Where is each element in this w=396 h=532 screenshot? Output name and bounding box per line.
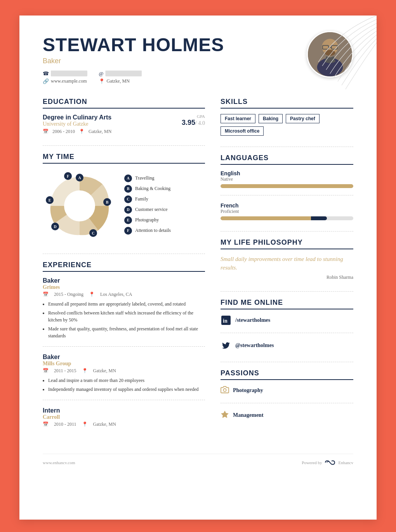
phone-icon: ☎ <box>43 71 49 77</box>
legend-item-d: D Customer service <box>124 206 171 214</box>
svg-rect-3 <box>332 45 337 49</box>
skills-section: SKILLS Fast learner Baking Pastry chef M… <box>221 98 353 136</box>
email-icon: @ <box>99 71 104 77</box>
passion-management-label: Management <box>233 412 264 418</box>
lang-bar-english <box>221 184 353 188</box>
job-years-mills: 2011 - 2015 <box>54 368 76 374</box>
location-icon-g: 📍 <box>89 292 95 297</box>
lang-level-french: Proficient <box>221 209 353 214</box>
location-icon-m: 📍 <box>82 368 88 374</box>
bullet-m1: Lead and inspire a team of more than 20 … <box>48 377 205 384</box>
contact-row-1: ☎ ███████████ @ ███████████ <box>43 71 307 77</box>
location-contact: 📍 Gatzke, MN <box>99 78 130 85</box>
bullet-g1: Ensured all prepared items are appropria… <box>48 301 205 307</box>
legend-badge-c: C <box>124 195 132 203</box>
language-french: French Proficient <box>221 202 353 220</box>
divider-3 <box>43 346 205 347</box>
divider-2 <box>43 254 205 254</box>
twitter-icon <box>221 340 231 351</box>
lang-bar-fill-french <box>221 216 327 220</box>
star-icon <box>221 410 229 421</box>
company-grimes: Grimes <box>43 284 205 290</box>
skill-microsoft-office: Microsoft office <box>221 126 264 136</box>
my-time-title: MY TIME <box>43 153 205 164</box>
svg-marker-23 <box>221 411 228 418</box>
legend-item-a: A Travelling <box>124 174 171 182</box>
legend-item-c: C Family <box>124 195 171 203</box>
philosophy-title: MY LIFE PHILOSOPHY <box>221 238 353 249</box>
education-block: Degree in Culinary Arts University of Ga… <box>43 114 205 135</box>
language-english: English Native <box>221 170 353 188</box>
left-column: EDUCATION Degree in Culinary Arts Univer… <box>43 98 205 438</box>
donut-chart: A B C D E F <box>43 169 116 243</box>
email-contact: @ ███████████ <box>99 71 142 77</box>
legend-badge-b: B <box>124 185 132 193</box>
skills-list: Fast learner Baking Pastry chef Microsof… <box>221 114 353 136</box>
legend-label-f: Attention to details <box>135 228 171 233</box>
philosophy-section: MY LIFE PHILOSOPHY Small daily improveme… <box>221 238 353 280</box>
my-time-section: MY TIME <box>43 153 205 243</box>
avatar <box>307 31 353 78</box>
divider-4 <box>43 400 205 400</box>
education-main: Degree in Culinary Arts University of Ga… <box>43 114 111 135</box>
job-years-grimes: 2015 - Ongoing <box>54 292 83 297</box>
bullet-g2: Resolved conflicts between kitchen staff… <box>48 309 205 323</box>
education-title: EDUCATION <box>43 98 205 109</box>
job-title-mills: Baker <box>43 354 205 361</box>
svg-text:A: A <box>78 176 81 180</box>
legend-item-f: F Attention to details <box>124 227 171 235</box>
phone-value: ███████████ <box>51 71 87 76</box>
lang-bar-french <box>221 216 353 220</box>
location-icon: 📍 <box>99 78 105 85</box>
svg-text:in: in <box>223 318 228 324</box>
skill-baking: Baking <box>259 114 283 123</box>
passion-photography-label: Photography <box>233 387 263 394</box>
svg-point-7 <box>64 190 95 221</box>
header-left: STEWART HOLMES Baker ☎ ███████████ @ ███… <box>43 35 307 86</box>
job-meta-grimes: 📅 2015 - Ongoing 📍 Los Angeles, CA <box>43 292 205 297</box>
online-twitter: @stewartholmes <box>221 340 353 351</box>
svg-text:B: B <box>106 200 109 204</box>
right-column: SKILLS Fast learner Baking Pastry chef M… <box>221 98 353 438</box>
svg-point-0 <box>308 32 352 76</box>
legend-item-e: E Photography <box>124 216 171 224</box>
job-meta-mills: 📅 2011 - 2015 📍 Gatzke, MN <box>43 368 205 374</box>
location-icon-c: 📍 <box>82 421 88 427</box>
footer-website: www.enhancv.com <box>43 460 75 465</box>
calendar-icon-c: 📅 <box>43 421 49 427</box>
calendar-icon-g: 📅 <box>43 292 49 297</box>
degree-name: Degree in Culinary Arts <box>43 114 111 121</box>
camera-icon <box>221 385 229 396</box>
corner-decoration <box>260 16 377 93</box>
svg-point-5 <box>325 50 335 56</box>
online-linkedin: in /stewartholmes <box>221 315 353 326</box>
website-value: www.example.com <box>51 78 87 84</box>
lang-name-english: English <box>221 170 353 176</box>
company-mills: Mills Group <box>43 361 205 367</box>
gpa-max: / 4.0 <box>195 120 205 126</box>
passion-management: Management <box>221 410 353 421</box>
skills-title: SKILLS <box>221 98 353 109</box>
svg-point-1 <box>322 39 338 55</box>
calendar-icon-m: 📅 <box>43 368 49 374</box>
school-name: University of Gatzke <box>43 121 111 127</box>
company-carroll: Carroll <box>43 414 205 420</box>
passion-photography: Photography <box>221 385 353 396</box>
svg-text:C: C <box>92 231 94 235</box>
linkedin-icon: in <box>221 315 231 326</box>
legend-label-d: Customer service <box>135 207 168 212</box>
languages-section: LANGUAGES English Native French Proficie… <box>221 154 353 220</box>
svg-rect-2 <box>323 45 328 49</box>
skill-fast-learner: Fast learner <box>221 114 255 123</box>
job-years-carroll: 2010 - 2011 <box>54 421 76 427</box>
bullet-m2: Independently managed inventory of suppl… <box>48 386 205 393</box>
job-mills: Baker Mills Group 📅 2011 - 2015 📍 Gatzke… <box>43 354 205 393</box>
enhancv-logo-icon <box>325 459 336 466</box>
footer: www.enhancv.com Powered by Enhancv <box>43 454 353 466</box>
passions-section: PASSIONS Photography <box>221 369 353 421</box>
legend-badge-f: F <box>124 227 132 235</box>
divider-r7 <box>221 403 353 403</box>
skill-pastry-chef: Pastry chef <box>286 114 320 123</box>
calendar-icon: 📅 <box>43 129 49 135</box>
linkedin-handle: /stewartholmes <box>235 317 270 323</box>
